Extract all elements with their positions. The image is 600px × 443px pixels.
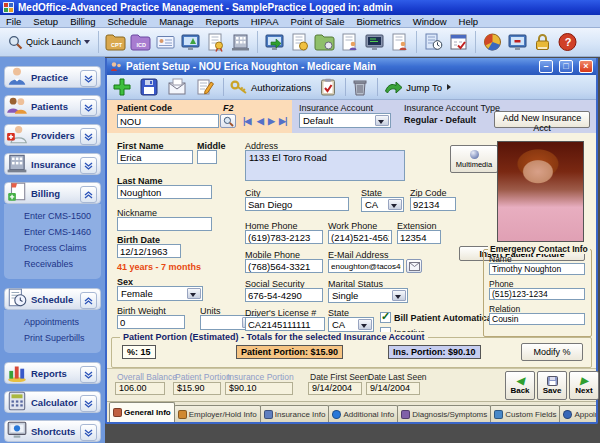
sidebar-item-insurance[interactable]: Insurance [4, 153, 101, 175]
patient-search-button[interactable] [220, 114, 236, 128]
calculator-expand-button[interactable] [80, 395, 97, 412]
certifications-icon[interactable] [205, 32, 226, 52]
bill-automatically-checkbox[interactable] [380, 312, 391, 323]
birth-date-input[interactable] [117, 244, 181, 258]
maximize-button[interactable]: □ [559, 60, 573, 73]
analytics-icon[interactable] [482, 32, 503, 52]
sidebar-item-schedule[interactable]: Schedule [4, 288, 101, 310]
drivers-license-input[interactable] [245, 317, 325, 331]
work-phone-input[interactable] [328, 230, 392, 244]
charges-icon[interactable] [289, 32, 310, 52]
back-button[interactable]: ◀Back [505, 371, 535, 400]
emergency-name-input[interactable] [489, 263, 585, 275]
state-select[interactable]: CA [361, 197, 404, 212]
menu-file[interactable]: File [0, 16, 27, 27]
zip-input[interactable] [410, 197, 456, 211]
nav-previous-button[interactable]: ◀ [257, 116, 263, 126]
help-icon[interactable]: ? [557, 32, 578, 52]
schedule-collapse-button[interactable] [80, 292, 97, 309]
jump-to-button[interactable]: Jump To [384, 80, 454, 95]
add-new-insurance-button[interactable]: Add New Insurance Acct [494, 111, 590, 128]
authorizations-button[interactable]: Authorizations [230, 79, 311, 95]
patients-expand-button[interactable] [80, 99, 97, 116]
nav-next-button[interactable]: ▶ [268, 116, 274, 126]
shortcuts-expand-button[interactable] [80, 424, 97, 441]
tab-insurance-info[interactable]: Insurance Info [260, 405, 330, 422]
dl-state-select[interactable]: CA [328, 317, 374, 332]
provider-docs-icon[interactable] [389, 32, 410, 52]
modify-percent-button[interactable]: Modify % [521, 343, 583, 361]
statement-button[interactable] [167, 78, 187, 96]
extension-input[interactable] [397, 230, 441, 244]
claims-icon[interactable] [314, 32, 335, 52]
emergency-phone-input[interactable] [489, 288, 585, 300]
reports-schedule-icon[interactable] [423, 32, 444, 52]
sidebar-item-print-superbills[interactable]: Print Superbills [24, 333, 99, 343]
icd-codes-icon[interactable]: ICD [130, 32, 151, 52]
sidebar-item-appointments[interactable]: Appointments [24, 317, 99, 327]
social-security-input[interactable] [245, 288, 323, 302]
cpt-codes-icon[interactable]: CPT [105, 32, 126, 52]
sex-select[interactable]: Female [117, 286, 203, 301]
mobile-phone-input[interactable] [245, 259, 323, 273]
menu-biometrics[interactable]: Biometrics [350, 16, 406, 27]
close-button[interactable]: × [579, 60, 593, 73]
practice-expand-button[interactable] [80, 70, 97, 87]
insurance-account-select[interactable]: Default [299, 113, 391, 128]
eligibility-button[interactable] [320, 78, 336, 96]
home-phone-input[interactable] [245, 230, 323, 244]
patient-docs-icon[interactable] [339, 32, 360, 52]
multimedia-button[interactable]: Multimedia [450, 145, 498, 173]
sidebar-item-receivables[interactable]: Receivables [24, 259, 99, 269]
tab-employer-hold-info[interactable]: Employer/Hold Info [174, 405, 261, 422]
emergency-relation-input[interactable] [489, 313, 585, 325]
providers-expand-button[interactable] [80, 128, 97, 145]
tab-additional-info[interactable]: Additional Info [328, 405, 398, 422]
security-lock-icon[interactable] [532, 32, 553, 52]
menu-setup[interactable]: Setup [27, 16, 64, 27]
city-input[interactable] [245, 197, 349, 211]
save-button[interactable]: Save [537, 371, 567, 400]
terminal-icon[interactable] [364, 32, 385, 52]
menu-hipaa[interactable]: HIPAA [245, 16, 285, 27]
sidebar-item-practice[interactable]: Practice [4, 66, 101, 88]
menu-manage[interactable]: Manage [153, 16, 199, 27]
nav-first-button[interactable]: |◀ [243, 116, 250, 126]
menu-schedule[interactable]: Schedule [102, 16, 154, 27]
last-name-input[interactable] [117, 185, 212, 199]
patient-code-input[interactable] [117, 114, 219, 128]
address-input[interactable]: 1133 El Toro Road [245, 150, 405, 181]
insurance-expand-button[interactable] [80, 157, 97, 174]
minimize-button[interactable]: – [539, 60, 553, 73]
id-card-icon[interactable] [155, 32, 176, 52]
quick-launch-button[interactable]: Quick Launch [4, 33, 94, 52]
menu-window[interactable]: Window [407, 16, 453, 27]
nickname-input[interactable] [117, 217, 212, 231]
edit-patient-button[interactable] [196, 78, 214, 96]
sidebar-item-reports[interactable]: Reports [4, 362, 101, 384]
sidebar-item-enter-cms-1460[interactable]: Enter CMS-1460 [24, 227, 99, 237]
marital-status-select[interactable]: Single [328, 288, 408, 303]
sidebar-item-calculator[interactable]: Calculator [4, 391, 101, 413]
menu-reports[interactable]: Reports [199, 16, 244, 27]
sidebar-item-enter-cms-1500[interactable]: Enter CMS-1500 [24, 211, 99, 221]
menu-billing[interactable]: Billing [64, 16, 101, 27]
sidebar-item-billing[interactable]: Billing [4, 182, 101, 204]
sidebar-item-process-claims[interactable]: Process Claims [24, 243, 99, 253]
monitor-offline-icon[interactable] [507, 32, 528, 52]
email-input[interactable] [328, 259, 404, 273]
sidebar-item-patients[interactable]: Patients [4, 95, 101, 117]
calendar-check-icon[interactable] [448, 32, 469, 52]
transmit-icon[interactable] [264, 32, 285, 52]
menu-point-of-sale[interactable]: Point of Sale [285, 16, 351, 27]
birth-weight-input[interactable] [117, 315, 185, 329]
facility-icon[interactable] [230, 32, 251, 52]
menu-help[interactable]: Help [453, 16, 485, 27]
tab-custom-fields[interactable]: Custom Fields [490, 405, 560, 422]
first-name-input[interactable] [117, 150, 193, 164]
delete-patient-button[interactable] [352, 78, 368, 96]
email-send-button[interactable] [406, 259, 422, 273]
middle-input[interactable] [197, 150, 217, 164]
add-patient-button[interactable] [113, 78, 131, 96]
save-patient-button[interactable] [140, 78, 158, 96]
